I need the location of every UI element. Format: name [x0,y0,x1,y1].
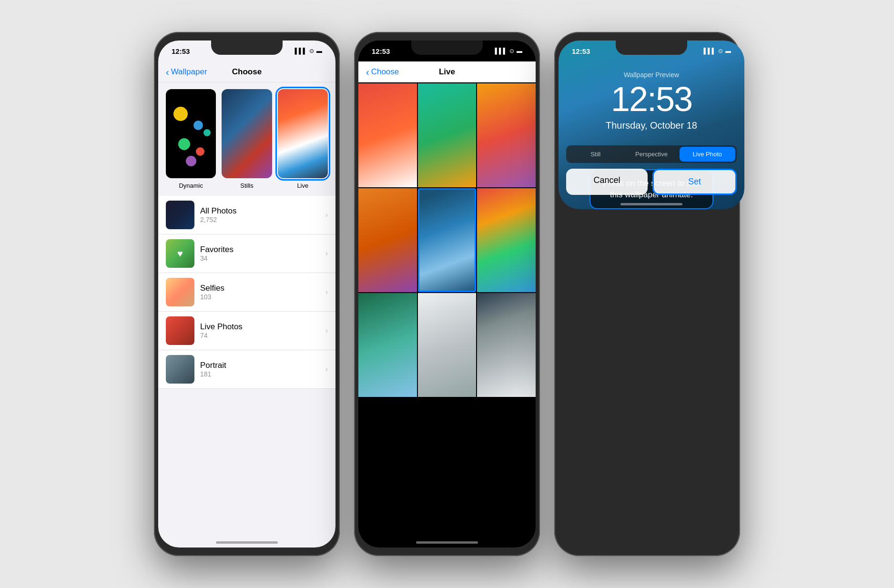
album-count-favorites: 34 [200,254,320,262]
category-dynamic[interactable]: Dynamic [166,89,216,189]
back-button-1[interactable]: ‹ Wallpaper [166,67,207,77]
lockscreen-date: Thursday, October 18 [606,120,697,131]
grid-cell-5-selected[interactable] [418,188,477,292]
grid-cell-8[interactable] [418,293,477,397]
status-icons-3: ▌▌▌ ⊙ ▬ [703,48,731,54]
album-info-allphotos: All Photos 2,752 [200,206,320,223]
album-count-livephotos: 74 [200,332,320,339]
album-chevron-allphotos: › [325,211,328,219]
category-thumb-live [278,89,328,178]
album-info-portrait: Portrait 181 [200,361,320,378]
motion-perspective[interactable]: Perspective [623,147,679,162]
grid-cell-7[interactable] [358,293,417,397]
status-time-3: 12:53 [572,47,590,55]
album-chevron-selfies: › [325,288,328,296]
stills-thumb-bg [222,89,272,178]
album-item-allphotos[interactable]: All Photos 2,752 › [158,196,335,234]
wifi-icon-2: ⊙ [509,48,514,54]
signal-icon: ▌▌▌ [295,48,307,54]
album-thumb-portrait [166,355,194,384]
album-name-allphotos: All Photos [200,206,320,216]
album-info-favorites: Favorites 34 [200,245,320,262]
notch-2 [411,41,483,55]
nav-title-2: Live [439,67,455,77]
home-indicator-1 [216,541,278,544]
notch-3 [616,41,687,55]
album-thumb-livephotos [166,316,194,345]
signal-icon-2: ▌▌▌ [495,48,507,54]
back-button-2[interactable]: ‹ Choose [366,67,399,77]
battery-icon-3: ▬ [725,48,731,54]
grid-cell-1[interactable] [358,83,417,187]
wifi-icon-3: ⊙ [718,48,723,54]
wallpaper-preview-label: Wallpaper Preview [624,71,679,79]
album-thumb-allphotos [166,201,194,229]
album-item-livephotos[interactable]: Live Photos 74 › [158,312,335,350]
album-name-favorites: Favorites [200,245,320,254]
back-label-2: Choose [371,67,399,77]
category-live[interactable]: Live [278,89,328,189]
lockscreen-time: 12:53 [611,81,692,118]
phone-3-screen: 12:53 ▌▌▌ ⊙ ▬ Wallpaper Preview 12:53 Th… [559,41,744,209]
live-thumb-bg [278,89,328,178]
category-stills[interactable]: Stills [222,89,272,189]
home-indicator-2 [416,541,478,544]
motion-still[interactable]: Still [568,147,623,162]
category-label-live: Live [297,182,308,189]
grid-cell-9[interactable] [477,293,536,397]
album-name-portrait: Portrait [200,361,320,370]
album-list: All Photos 2,752 › ♥ Favorites 34 › Self… [158,196,335,389]
album-name-livephotos: Live Photos [200,322,320,332]
nav-title-1: Choose [232,67,262,77]
grid-cell-3[interactable] [477,83,536,187]
album-thumb-favorites: ♥ [166,239,194,268]
album-count-allphotos: 2,752 [200,216,320,223]
category-thumb-dynamic [166,89,216,178]
grid-cell-4[interactable] [358,188,417,292]
status-time-2: 12:53 [372,47,390,55]
wallpaper-grid [358,83,536,397]
album-info-livephotos: Live Photos 74 [200,322,320,339]
categories-section: Dynamic Stills Live [158,82,335,196]
back-chevron-1: ‹ [166,67,169,77]
album-item-selfies[interactable]: Selfies 103 › [158,273,335,312]
notch-1 [211,41,283,55]
action-buttons: Cancel Set [566,169,737,195]
album-chevron-portrait: › [325,365,328,374]
dynamic-thumb-bg [166,89,216,178]
wifi-icon: ⊙ [309,48,314,54]
category-label-stills: Stills [240,182,253,189]
phone-2-screen: 12:53 ▌▌▌ ⊙ ▬ ‹ Choose Live [358,41,536,547]
status-icons-2: ▌▌▌ ⊙ ▬ [495,48,522,54]
status-time-1: 12:53 [172,47,190,55]
nav-bar-1: ‹ Wallpaper Choose [158,61,335,82]
category-thumb-stills [222,89,272,178]
status-icons-1: ▌▌▌ ⊙ ▬ [295,48,322,54]
album-count-selfies: 103 [200,293,320,301]
album-item-portrait[interactable]: Portrait 181 › [158,350,335,389]
motion-livephoto[interactable]: Live Photo [680,147,735,162]
bottom-controls: Still Perspective Live Photo Cancel Set [559,145,744,195]
phone-1-screen: 12:53 ▌▌▌ ⊙ ▬ ‹ Wallpaper Choose [158,41,335,547]
nav-bar-2: ‹ Choose Live [358,61,536,82]
album-chevron-livephotos: › [325,326,328,335]
signal-icon-3: ▌▌▌ [703,48,716,54]
album-count-portrait: 181 [200,370,320,378]
home-indicator-3 [620,203,682,205]
grid-cell-6[interactable] [477,188,536,292]
phone-1: 12:53 ▌▌▌ ⊙ ▬ ‹ Wallpaper Choose [154,32,340,556]
album-info-selfies: Selfies 103 [200,284,320,301]
phone-2: 12:53 ▌▌▌ ⊙ ▬ ‹ Choose Live [354,32,540,556]
battery-icon-2: ▬ [517,48,522,54]
set-button[interactable]: Set [652,169,737,195]
back-chevron-2: ‹ [366,67,369,77]
album-name-selfies: Selfies [200,284,320,293]
album-item-favorites[interactable]: ♥ Favorites 34 › [158,234,335,273]
grid-cell-2[interactable] [418,83,477,187]
album-thumb-selfies [166,278,194,306]
category-label-dynamic: Dynamic [179,182,203,189]
album-chevron-favorites: › [325,249,328,258]
cancel-button[interactable]: Cancel [566,169,648,195]
phone-3: 12:53 ▌▌▌ ⊙ ▬ Wallpaper Preview 12:53 Th… [554,32,740,556]
battery-icon: ▬ [316,48,322,54]
